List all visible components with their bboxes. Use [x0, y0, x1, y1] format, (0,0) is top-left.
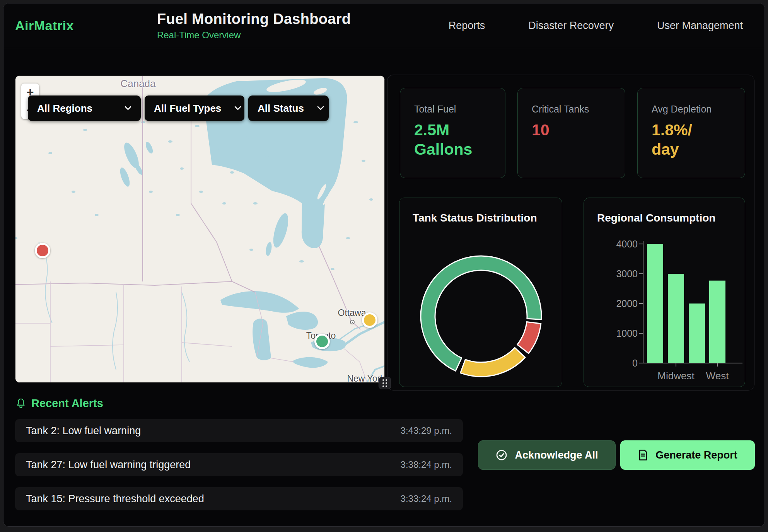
- chevron-down-icon: [317, 106, 324, 111]
- map-card: Canada Ottawa Toronto New York + − All R…: [15, 75, 385, 383]
- alert-time: 3:43:29 p.m.: [401, 425, 452, 436]
- chevron-down-icon: [234, 106, 241, 111]
- map-label-ottawa: Ottawa: [338, 308, 366, 318]
- page-title: Fuel Monitoring Dashboard: [157, 11, 351, 27]
- status-filter-value: All Status: [258, 102, 304, 114]
- tank-status-chart-card: Tank Status Distribution: [399, 198, 562, 387]
- map-canvas[interactable]: Canada Ottawa Toronto New York + − All R…: [15, 75, 385, 383]
- stat-value: 1.8%/ day: [652, 120, 731, 159]
- nav-item-reports[interactable]: Reports: [449, 20, 485, 32]
- fuel-type-filter-select[interactable]: All Fuel Types: [145, 95, 244, 121]
- alert-text: Tank 15: Pressure threshold exceeded: [26, 493, 204, 505]
- regional-consumption-bar-chart: 01000200030004000MidwestWest: [584, 198, 745, 387]
- map-filters: All Regions All Fuel Types All Status: [28, 95, 329, 121]
- stat-label: Critical Tanks: [532, 104, 611, 115]
- svg-text:3000: 3000: [616, 268, 638, 279]
- page-subtitle: Real-Time Overview: [157, 30, 351, 41]
- dashboard-container: AirMatrix Fuel Monitoring Dashboard Real…: [3, 3, 765, 527]
- stat-card-total-fuel: Total Fuel 2.5M Gallons: [400, 88, 505, 178]
- main-nav: Reports Disaster Recovery User Managemen…: [449, 20, 765, 32]
- metrics-panel: Total Fuel 2.5M Gallons Critical Tanks 1…: [387, 75, 754, 390]
- alert-text: Tank 2: Low fuel warning: [26, 425, 141, 437]
- alert-row[interactable]: Tank 15: Pressure threshold exceeded 3:3…: [15, 487, 463, 510]
- stat-label: Avg Depletion: [652, 104, 731, 115]
- header: AirMatrix Fuel Monitoring Dashboard Real…: [3, 3, 765, 48]
- svg-text:Midwest: Midwest: [657, 370, 695, 382]
- map-resize-handle[interactable]: [379, 377, 391, 389]
- chart-title: Tank Status Distribution: [413, 212, 537, 224]
- alert-time: 3:33:24 p.m.: [401, 493, 452, 504]
- svg-text:2000: 2000: [616, 298, 638, 309]
- region-filter-value: All Regions: [37, 102, 92, 114]
- alert-row[interactable]: Tank 2: Low fuel warning 3:43:29 p.m.: [15, 419, 463, 442]
- recent-alerts-title: Recent Alerts: [31, 397, 103, 410]
- nav-item-user-management[interactable]: User Management: [657, 20, 743, 32]
- region-filter-select[interactable]: All Regions: [28, 95, 141, 121]
- title-block: Fuel Monitoring Dashboard Real-Time Over…: [157, 11, 351, 41]
- bell-icon: [15, 397, 27, 410]
- stat-card-avg-depletion: Avg Depletion 1.8%/ day: [637, 88, 745, 178]
- tank-marker[interactable]: [314, 334, 330, 349]
- svg-text:0: 0: [632, 358, 638, 368]
- alert-text: Tank 27: Low fuel warning triggered: [26, 459, 191, 471]
- svg-text:West: West: [706, 370, 729, 382]
- tank-status-donut-chart: [415, 251, 547, 382]
- alert-row[interactable]: Tank 27: Low fuel warning triggered 3:38…: [15, 453, 463, 476]
- stat-value: 10: [532, 120, 611, 140]
- status-filter-select[interactable]: All Status: [248, 95, 329, 121]
- generate-report-button[interactable]: Generate Report: [620, 440, 755, 470]
- stat-label: Total Fuel: [414, 104, 491, 115]
- regional-consumption-chart-card: Regional Consumption 01000200030004000Mi…: [584, 198, 745, 387]
- generate-report-label: Generate Report: [655, 449, 737, 461]
- nav-item-disaster-recovery[interactable]: Disaster Recovery: [528, 20, 614, 32]
- tank-marker[interactable]: [35, 243, 50, 258]
- recent-alerts-header: Recent Alerts: [15, 397, 103, 410]
- stat-card-critical-tanks: Critical Tanks 10: [517, 88, 625, 178]
- svg-text:1000: 1000: [616, 328, 638, 339]
- brand-logo: AirMatrix: [15, 18, 74, 33]
- stat-value: 2.5M Gallons: [414, 120, 491, 159]
- acknowledge-all-button[interactable]: Acknowledge All: [478, 440, 616, 470]
- alert-time: 3:38:24 p.m.: [401, 459, 452, 470]
- chevron-down-icon: [125, 106, 131, 111]
- svg-text:4000: 4000: [616, 239, 638, 249]
- ottawa-city-dot: [350, 320, 355, 324]
- acknowledge-all-label: Acknowledge All: [515, 449, 598, 461]
- report-document-icon: [638, 449, 649, 461]
- fuel-type-filter-value: All Fuel Types: [154, 102, 221, 114]
- tank-marker[interactable]: [362, 312, 377, 328]
- map-label-canada: Canada: [120, 78, 155, 90]
- check-circle-icon: [495, 449, 508, 461]
